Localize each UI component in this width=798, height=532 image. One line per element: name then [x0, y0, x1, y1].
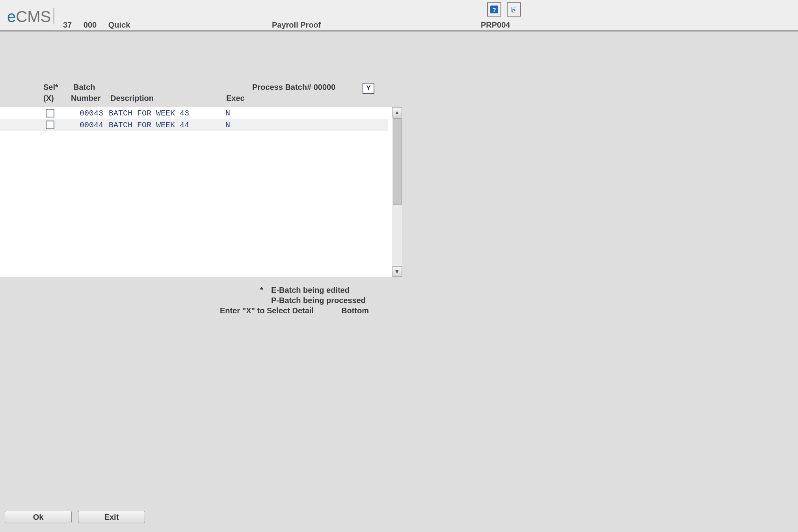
- crumb-code-1: 37: [63, 20, 72, 29]
- crumb-code-2: 000: [84, 20, 97, 29]
- cell-exec: N: [225, 121, 249, 130]
- export-icon: ⎘: [512, 5, 516, 14]
- process-batch-input[interactable]: Y: [363, 83, 374, 94]
- screen-code: PRP004: [481, 20, 510, 30]
- cell-exec: N: [225, 109, 249, 118]
- help-button[interactable]: ?: [487, 2, 501, 17]
- logo-e: e: [7, 8, 16, 25]
- col-header-batch-bot: Number: [71, 94, 101, 103]
- label-process-batch: Process Batch# 00000: [252, 83, 335, 92]
- col-header-sel-top: Sel*: [43, 83, 58, 92]
- col-header-description: Description: [110, 94, 154, 103]
- batch-grid: 00043BATCH FOR WEEK 43N00044BATCH FOR WE…: [0, 107, 402, 277]
- page-title: Payroll Proof: [272, 20, 321, 30]
- legend-line-1: E-Batch being edited: [271, 286, 350, 295]
- app-logo: eCMS: [7, 8, 51, 26]
- col-header-batch-top: Batch: [73, 83, 95, 92]
- cell-description: BATCH FOR WEEK 43: [109, 109, 225, 118]
- ok-button[interactable]: Ok: [5, 511, 72, 523]
- scroll-thumb[interactable]: [393, 118, 402, 205]
- bottom-button-bar: Ok Exit: [5, 511, 145, 523]
- crumb-profile: Quick: [108, 20, 130, 29]
- help-icon: ?: [490, 6, 498, 13]
- cell-batch-number: 00043: [69, 109, 109, 118]
- logo-cms: CMS: [16, 8, 51, 25]
- legend-star: *: [260, 286, 263, 295]
- cell-batch-number: 00044: [69, 121, 109, 130]
- exit-button[interactable]: Exit: [78, 511, 145, 523]
- legend-line-2: P-Batch being processed: [271, 296, 366, 305]
- col-header-exec: Exec: [226, 94, 245, 103]
- select-checkbox[interactable]: [46, 121, 54, 129]
- grid-scrollbar[interactable]: ▲ ▼: [392, 107, 402, 277]
- scroll-up-button[interactable]: ▲: [392, 107, 402, 117]
- table-row: 00043BATCH FOR WEEK 43N: [0, 107, 388, 119]
- export-button[interactable]: ⎘: [507, 2, 521, 17]
- top-banner: eCMS 37 000 Quick Payroll Proof PRP004 ?…: [0, 0, 798, 32]
- logo-separator: [53, 8, 54, 24]
- table-row: 00044BATCH FOR WEEK 44N: [0, 119, 388, 131]
- breadcrumb: 37 000 Quick: [63, 20, 140, 30]
- cell-description: BATCH FOR WEEK 44: [109, 121, 225, 130]
- scroll-down-button[interactable]: ▼: [392, 266, 402, 277]
- select-checkbox[interactable]: [46, 109, 54, 117]
- legend-bottom: Bottom: [341, 306, 369, 315]
- legend-enter-hint: Enter "X" to Select Detail: [220, 306, 314, 315]
- col-header-sel-bot: (X): [43, 94, 54, 103]
